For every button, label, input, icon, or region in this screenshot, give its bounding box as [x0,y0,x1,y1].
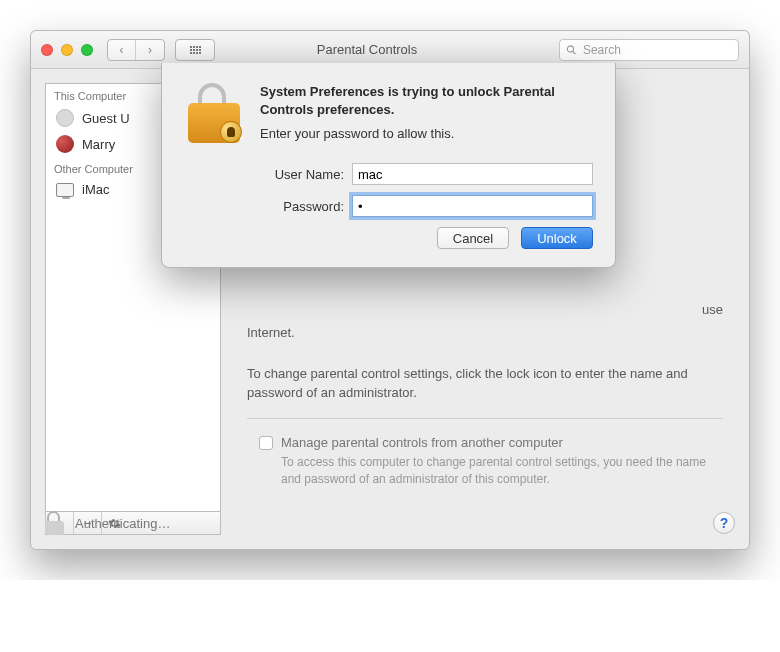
checkbox-label: Manage parental controls from another co… [281,435,723,450]
sidebar-item-label: Marry [82,137,115,152]
username-label: User Name: [260,167,344,182]
auth-status-bar: Authenticating… ? [45,511,735,535]
username-input[interactable] [352,163,593,185]
sidebar-item-label: Guest U [82,111,130,126]
checkbox-subtext: To access this computer to change parent… [281,454,723,488]
lock-icon[interactable] [45,511,65,535]
auth-dialog-subtext: Enter your password to allow this. [260,126,593,141]
preferences-window: ‹ › Parental Controls This Computer Gues… [30,30,750,550]
minimize-window-button[interactable] [61,44,73,56]
search-input[interactable] [581,42,732,58]
help-button[interactable]: ? [713,512,735,534]
lock-icon [184,83,244,145]
svg-line-1 [573,51,576,54]
auth-dialog: System Preferences is trying to unlock P… [161,63,616,268]
auth-dialog-heading: System Preferences is trying to unlock P… [260,83,593,118]
close-window-button[interactable] [41,44,53,56]
unlock-button[interactable]: Unlock [521,227,593,249]
svg-point-0 [567,45,573,51]
avatar-icon [56,109,74,127]
window-title: Parental Controls [185,42,549,57]
nav-back-button[interactable]: ‹ [108,40,136,60]
sidebar-item-label: iMac [82,182,109,197]
cancel-button[interactable]: Cancel [437,227,509,249]
nav-forward-button[interactable]: › [136,40,164,60]
divider [247,418,723,419]
text-fragment: Internet. [235,324,735,343]
search-icon [566,44,577,56]
text-fragment: use [235,301,735,320]
instruction-text: To change parental control settings, cli… [247,365,723,403]
traffic-lights [41,44,93,56]
search-field[interactable] [559,39,739,61]
remote-manage-checkbox-row: Manage parental controls from another co… [247,435,723,488]
remote-manage-checkbox[interactable] [259,436,273,450]
password-input[interactable] [352,195,593,217]
avatar-icon [56,135,74,153]
password-label: Password: [260,199,344,214]
monitor-icon [56,183,74,197]
zoom-window-button[interactable] [81,44,93,56]
nav-back-forward: ‹ › [107,39,165,61]
auth-status-text: Authenticating… [75,516,170,531]
